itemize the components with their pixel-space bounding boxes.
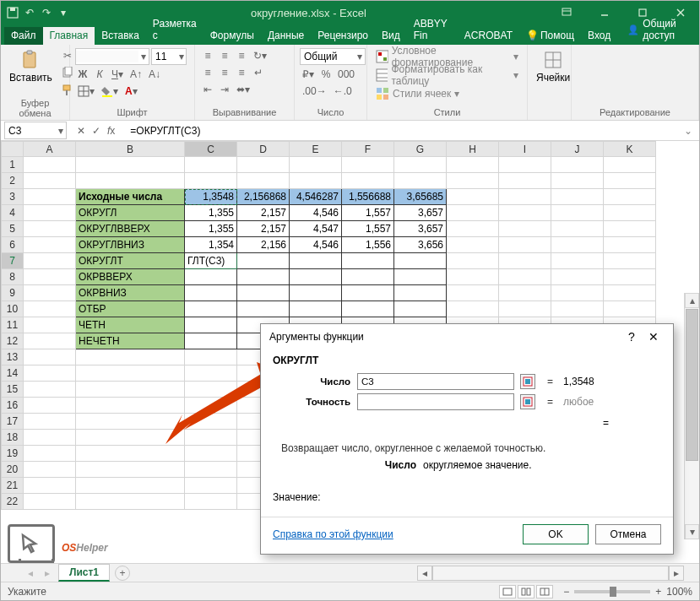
- number-format-combo[interactable]: ▾: [300, 48, 366, 65]
- increase-font-icon[interactable]: A↑: [128, 67, 144, 82]
- decrease-decimal-icon[interactable]: ←.0: [331, 84, 355, 99]
- zoom-out-icon[interactable]: −: [563, 586, 569, 598]
- align-top-icon[interactable]: ≡: [200, 48, 215, 63]
- font-family-combo[interactable]: ▾: [75, 48, 149, 65]
- svg-rect-38: [527, 588, 530, 595]
- cancel-button[interactable]: Отмена: [595, 524, 661, 544]
- borders-icon[interactable]: ▾: [75, 84, 97, 99]
- group-font: ▾ ▾ Ж К Ч▾ A↑ A↓ ▾ ▾ A▾ Шрифт: [70, 45, 195, 120]
- formula-bar-row: ▾ ✕ ✓ fx =ОКРУГЛТ(C3) ⌄: [1, 121, 699, 141]
- align-left-icon[interactable]: ≡: [200, 65, 215, 80]
- percent-format-icon[interactable]: %: [318, 67, 334, 82]
- tab-review[interactable]: Рецензиро: [311, 27, 375, 45]
- share-button[interactable]: Общий доступ: [617, 15, 699, 45]
- tab-data[interactable]: Данные: [261, 27, 311, 45]
- tab-view[interactable]: Вид: [375, 27, 407, 45]
- function-help-link[interactable]: Справка по этой функции: [273, 528, 516, 540]
- zoom-slider[interactable]: [574, 590, 650, 593]
- decrease-indent-icon[interactable]: ⇤: [200, 82, 215, 97]
- dialog-help-icon[interactable]: ?: [621, 330, 643, 344]
- undo-icon[interactable]: ↶: [23, 6, 36, 19]
- dialog-titlebar[interactable]: Аргументы функции ? ✕: [261, 324, 673, 349]
- tab-insert[interactable]: Вставка: [95, 27, 146, 45]
- page-layout-view-icon[interactable]: [518, 585, 534, 598]
- range-picker-icon[interactable]: [520, 394, 535, 409]
- range-picker-icon[interactable]: [520, 374, 535, 389]
- tab-file[interactable]: Файл: [4, 27, 43, 45]
- wrap-text-icon[interactable]: ↵: [251, 65, 266, 80]
- arg-number-input[interactable]: [357, 373, 514, 390]
- svg-rect-18: [378, 52, 382, 56]
- cancel-formula-icon[interactable]: ✕: [77, 125, 85, 137]
- svg-rect-36: [503, 588, 512, 595]
- vertical-scrollbar[interactable]: ▴ ▾: [684, 293, 699, 539]
- cells-button[interactable]: Ячейки: [533, 48, 573, 85]
- align-bottom-icon[interactable]: ≡: [234, 48, 249, 63]
- font-size-combo[interactable]: ▾: [151, 48, 187, 65]
- decrease-font-icon[interactable]: A↓: [146, 67, 163, 82]
- normal-view-icon[interactable]: [499, 585, 516, 598]
- svg-rect-7: [24, 52, 35, 68]
- svg-rect-23: [377, 88, 382, 93]
- format-as-table-button[interactable]: Форматировать как таблицу▾: [372, 67, 522, 84]
- ribbon-display-options[interactable]: [547, 1, 585, 24]
- add-sheet-icon[interactable]: +: [115, 566, 130, 581]
- svg-rect-33: [525, 379, 530, 384]
- underline-button[interactable]: Ч▾: [109, 67, 126, 82]
- tab-home[interactable]: Главная: [43, 27, 95, 45]
- watermark-logo: OSHelper: [8, 524, 108, 563]
- merge-icon[interactable]: ⬌▾: [234, 82, 252, 97]
- quick-access-toolbar: ↶ ↷ ▾: [1, 6, 70, 19]
- tab-formulas[interactable]: Формулы: [203, 27, 261, 45]
- enter-formula-icon[interactable]: ✓: [92, 125, 100, 137]
- font-color-icon[interactable]: A▾: [122, 84, 140, 99]
- orientation-icon[interactable]: ↻▾: [251, 48, 269, 63]
- zoom-in-icon[interactable]: +: [655, 586, 661, 598]
- arg-precision-input[interactable]: [357, 393, 514, 410]
- page-break-view-icon[interactable]: [536, 585, 553, 598]
- dialog-close-icon[interactable]: ✕: [643, 330, 665, 344]
- bold-button[interactable]: Ж: [75, 67, 90, 82]
- formula-bar[interactable]: =ОКРУГЛТ(C3): [125, 125, 677, 137]
- svg-rect-37: [522, 588, 525, 595]
- italic-button[interactable]: К: [92, 67, 107, 82]
- align-middle-icon[interactable]: ≡: [217, 48, 232, 63]
- svg-rect-20: [377, 69, 388, 81]
- sheet-tab[interactable]: Лист1: [58, 564, 110, 582]
- qat-customize-icon[interactable]: ▾: [57, 6, 70, 19]
- scroll-thumb[interactable]: [686, 309, 698, 461]
- comma-format-icon[interactable]: 000: [335, 67, 357, 82]
- cell-styles-button[interactable]: Стили ячеек▾: [372, 85, 522, 102]
- accounting-format-icon[interactable]: ₽▾: [300, 67, 317, 82]
- scroll-up-icon[interactable]: ▴: [685, 293, 699, 308]
- svg-rect-2: [562, 8, 571, 15]
- save-icon[interactable]: [6, 6, 19, 19]
- sheet-nav-next-icon[interactable]: ▸: [41, 567, 53, 579]
- align-right-icon[interactable]: ≡: [234, 65, 249, 80]
- scroll-down-icon[interactable]: ▾: [685, 524, 699, 539]
- svg-rect-24: [383, 88, 388, 93]
- expand-formula-bar-icon[interactable]: ⌄: [677, 125, 699, 137]
- name-box[interactable]: ▾: [4, 122, 67, 139]
- fx-icon[interactable]: fx: [107, 125, 115, 137]
- sheet-nav-prev-icon[interactable]: ◂: [24, 567, 36, 579]
- group-clipboard: Вставить ✂ Буфер обмена: [1, 45, 70, 120]
- ok-button[interactable]: OK: [523, 524, 589, 544]
- increase-indent-icon[interactable]: ⇥: [217, 82, 232, 97]
- align-center-icon[interactable]: ≡: [217, 65, 232, 80]
- paste-button[interactable]: Вставить: [6, 48, 56, 85]
- redo-icon[interactable]: ↷: [40, 6, 53, 19]
- fill-color-icon[interactable]: ▾: [99, 84, 121, 99]
- tab-abbyy[interactable]: ABBYY Fin: [407, 15, 458, 45]
- hscroll-left-icon[interactable]: ◂: [417, 566, 432, 581]
- increase-decimal-icon[interactable]: .00→: [300, 84, 329, 99]
- sign-in[interactable]: Вход: [581, 27, 617, 45]
- hscroll-right-icon[interactable]: ▸: [669, 566, 684, 581]
- hscroll-track[interactable]: [432, 566, 669, 581]
- tab-layout[interactable]: Разметка с: [146, 15, 203, 45]
- sheet-tab-bar: ◂ ▸ Лист1 + ◂ ▸: [1, 563, 699, 582]
- conditional-formatting-button[interactable]: Условное форматирование▾: [372, 48, 522, 65]
- function-description: Возвращает число, округленное с желаемой…: [281, 442, 661, 454]
- tell-me[interactable]: 💡Помощ: [519, 27, 581, 45]
- tab-acrobat[interactable]: ACROBAT: [458, 27, 519, 45]
